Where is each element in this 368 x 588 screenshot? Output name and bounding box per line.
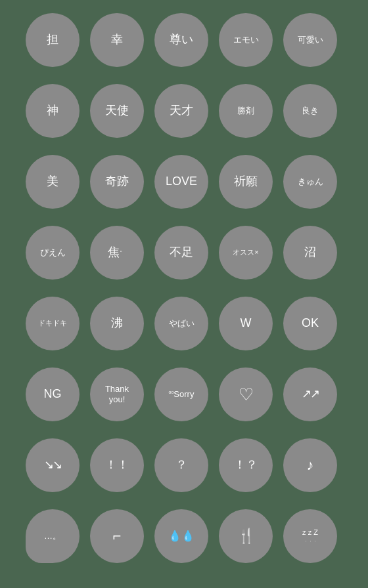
bubble-item-37[interactable]: ⌐ <box>90 509 144 563</box>
bubble-label-34: ！？ <box>234 458 258 472</box>
emoji-grid: 担幸尊いエモい可愛い神天使天才勝剤良き美奇跡LOVE祈願きゅんぴえん焦。不足オス… <box>12 0 356 588</box>
bubble-label-38: 💧💧 <box>168 530 195 542</box>
bubble-label-5: 可愛い <box>298 35 323 45</box>
bubble-item-21[interactable]: ドキドキ <box>26 297 80 350</box>
bubble-label-18: 不足 <box>170 245 193 260</box>
bubble-item-7[interactable]: 天使 <box>90 84 144 138</box>
bubble-label-35: ♪ <box>307 457 314 474</box>
bubble-item-39[interactable]: 🍴 <box>219 509 273 563</box>
bubble-label-1: 担 <box>47 33 58 47</box>
bubble-label-24: W <box>241 316 252 331</box>
bubble-label-21: ドキドキ <box>38 319 67 327</box>
bubble-label-22: 沸 <box>111 316 123 331</box>
bubble-item-20[interactable]: 沼 <box>283 226 337 280</box>
bubble-label-37: ⌐ <box>113 528 122 545</box>
bubble-item-2[interactable]: 幸 <box>90 13 144 67</box>
bubble-item-16[interactable]: ぴえん <box>26 226 80 280</box>
bubble-item-24[interactable]: W <box>219 297 273 350</box>
bubble-item-22[interactable]: 沸 <box>90 297 144 350</box>
bubble-label-15: きゅん <box>298 177 323 187</box>
bubble-label-31: ↘↘ <box>44 458 61 472</box>
bubble-item-10[interactable]: 良き <box>283 84 337 138</box>
bubble-item-3[interactable]: 尊い <box>154 13 208 67</box>
bubble-item-14[interactable]: 祈願 <box>219 155 273 209</box>
bubble-label-23: やばい <box>169 318 195 329</box>
bubble-label-11: 美 <box>47 175 58 189</box>
bubble-item-25[interactable]: OK <box>283 297 337 350</box>
bubble-item-40[interactable]: z z Z・・・ <box>283 509 337 563</box>
bubble-label-25: OK <box>302 316 319 331</box>
bubble-item-33[interactable]: ？ <box>154 438 208 492</box>
bubble-label-29: ♡ <box>239 385 254 405</box>
bubble-label-13: LOVE <box>166 175 197 189</box>
bubble-label-26: NG <box>44 387 62 402</box>
bubble-item-8[interactable]: 天才 <box>154 84 208 138</box>
bubble-item-9[interactable]: 勝剤 <box>219 84 273 138</box>
bubble-item-19[interactable]: オスス× <box>219 226 273 280</box>
bubble-label-39: 🍴 <box>237 528 255 545</box>
bubble-label-2: 幸 <box>111 33 123 47</box>
bubble-label-9: 勝剤 <box>237 106 254 116</box>
bubble-item-34[interactable]: ！？ <box>219 438 273 492</box>
bubble-item-12[interactable]: 奇跡 <box>90 155 144 209</box>
bubble-item-38[interactable]: 💧💧 <box>154 509 208 563</box>
bubble-item-30[interactable]: ↗↗ <box>283 368 337 421</box>
bubble-item-23[interactable]: やばい <box>154 297 208 350</box>
bubble-item-31[interactable]: ↘↘ <box>26 438 80 492</box>
bubble-item-26[interactable]: NG <box>26 368 80 421</box>
bubble-label-6: 神 <box>47 104 58 118</box>
bubble-item-18[interactable]: 不足 <box>154 226 208 280</box>
bubble-label-14: 祈願 <box>234 175 258 189</box>
bubble-label-17: 焦。 <box>108 245 126 260</box>
bubble-label-30: ↗↗ <box>302 387 319 402</box>
bubble-item-27[interactable]: Thank you! <box>90 368 144 421</box>
bubble-label-12: 奇跡 <box>105 175 129 189</box>
bubble-label-3: 尊い <box>170 33 193 47</box>
bubble-label-10: 良き <box>302 106 319 116</box>
bubble-item-6[interactable]: 神 <box>26 84 80 138</box>
bubble-label-4: エモい <box>233 35 259 45</box>
bubble-label-40: z z Z・・・ <box>302 528 318 544</box>
bubble-label-20: 沼 <box>304 245 316 260</box>
bubble-item-1[interactable]: 担 <box>26 13 80 67</box>
bubble-item-15[interactable]: きゅん <box>283 155 337 209</box>
bubble-label-33: ？ <box>175 458 187 472</box>
bubble-item-17[interactable]: 焦。 <box>90 226 144 280</box>
bubble-item-11[interactable]: 美 <box>26 155 80 209</box>
bubble-label-8: 天才 <box>170 104 193 118</box>
bubble-item-32[interactable]: ！！ <box>90 438 144 492</box>
bubble-item-35[interactable]: ♪ <box>283 438 337 492</box>
bubble-label-36: …。 <box>44 531 61 541</box>
bubble-item-36[interactable]: …。 <box>26 509 80 563</box>
bubble-item-13[interactable]: LOVE <box>154 155 208 209</box>
bubble-label-7: 天使 <box>105 104 129 118</box>
bubble-label-16: ぴえん <box>40 247 66 258</box>
bubble-label-28: ooSorry <box>169 389 195 400</box>
bubble-item-4[interactable]: エモい <box>219 13 273 67</box>
bubble-label-19: オスス× <box>233 248 258 257</box>
bubble-item-29[interactable]: ♡ <box>219 368 273 421</box>
bubble-label-27: Thank you! <box>105 384 129 404</box>
bubble-label-32: ！！ <box>105 458 129 472</box>
bubble-item-5[interactable]: 可愛い <box>283 13 337 67</box>
bubble-item-28[interactable]: ooSorry <box>154 368 208 421</box>
